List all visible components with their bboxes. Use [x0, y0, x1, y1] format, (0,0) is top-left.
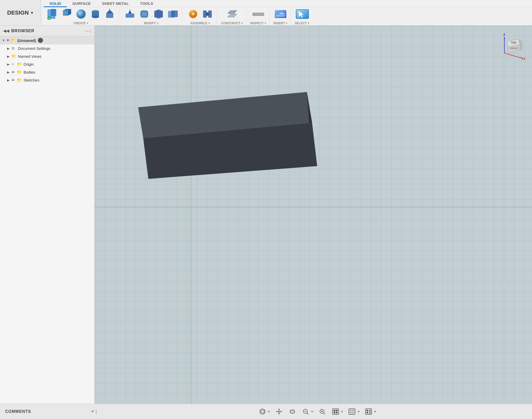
browser-pin-button[interactable]: — [85, 29, 89, 33]
svg-point-13 [92, 16, 99, 18]
cylinder-tool-button[interactable] [89, 8, 102, 20]
3d-box-body[interactable] [128, 77, 322, 184]
select-button[interactable] [296, 8, 309, 20]
tab-sheet-metal[interactable]: SHEET METAL [96, 0, 135, 7]
display-mode-dropdown[interactable]: ▼ [341, 410, 343, 413]
display-mode-button[interactable] [331, 407, 340, 416]
orbit-button[interactable] [258, 407, 267, 416]
tab-surface[interactable]: SURFACE [67, 0, 96, 7]
origin-expand[interactable]: ▶ [7, 63, 11, 66]
construct-icon [226, 8, 238, 20]
svg-marker-74 [278, 413, 280, 415]
box-tool-button[interactable] [60, 8, 73, 20]
modify-dropdown-arrow[interactable]: ▼ [157, 22, 159, 25]
svg-point-70 [260, 409, 265, 414]
insert-icons [274, 8, 287, 20]
press-pull-button[interactable] [123, 8, 137, 20]
svg-marker-73 [278, 409, 280, 410]
svg-point-31 [206, 12, 209, 16]
root-label: (Unsaved) [17, 38, 36, 43]
browser-divider-button[interactable]: | [90, 29, 91, 33]
root-visibility-toggle[interactable]: 👁 [6, 38, 10, 42]
view-cube[interactable]: Z X TOP FRONT [499, 30, 527, 61]
orbit-dropdown[interactable]: ▼ [268, 410, 270, 413]
create-group: + [43, 8, 119, 25]
browser-named-views-item[interactable]: ▶ 📁 Named Views [0, 52, 94, 60]
assemble-dropdown-arrow[interactable]: ▼ [208, 22, 210, 25]
offset-plane-button[interactable] [226, 8, 239, 20]
sketches-visibility-toggle[interactable]: 👁 [11, 78, 17, 82]
pan-icon [275, 408, 283, 415]
create-new-icon: + [47, 8, 58, 20]
bodies-expand[interactable]: ▶ [7, 71, 11, 74]
tab-solid[interactable]: SOLID [44, 0, 67, 7]
sphere-tool-button[interactable] [74, 8, 88, 20]
more-tools-button[interactable] [364, 407, 373, 416]
inspect-dropdown-arrow[interactable]: ▼ [264, 22, 267, 25]
select-dropdown-arrow[interactable]: ▼ [307, 22, 310, 25]
grid-dropdown[interactable]: ▼ [357, 410, 360, 413]
pan-button[interactable] [274, 407, 284, 416]
measure-button[interactable] [252, 8, 265, 20]
shell-icon [153, 8, 164, 20]
bodies-folder-icon: 📁 [17, 70, 24, 75]
tab-tools[interactable]: TOOLS [134, 0, 159, 7]
insert-dropdown-arrow[interactable]: ▼ [285, 22, 288, 25]
create-new-button[interactable]: + [46, 8, 59, 20]
browser-origin-item[interactable]: ▶ 👁 📁 Origin [0, 60, 94, 68]
insert-button[interactable] [274, 8, 287, 20]
sketches-expand[interactable]: ▶ [7, 78, 11, 82]
zoom-fit-icon [289, 408, 296, 415]
extrude-button[interactable] [103, 8, 116, 20]
svg-rect-92 [349, 409, 355, 414]
browser-doc-settings-item[interactable]: ▶ ⚙ Document Settings [0, 44, 94, 52]
inspect-icons [252, 8, 265, 20]
browser-root-item[interactable]: ▼ 👁 📁 (Unsaved) [0, 36, 94, 44]
browser-bodies-item[interactable]: ▶ 👁 📁 Bodies [0, 68, 94, 76]
comments-add-button[interactable]: + [91, 409, 94, 414]
grid-button[interactable] [347, 407, 357, 416]
more-tools-dropdown[interactable]: ▼ [374, 410, 376, 413]
sphere-icon [75, 9, 87, 19]
zoom-out-button[interactable] [301, 407, 310, 416]
browser-collapse-button[interactable]: ◀◀ [3, 28, 9, 33]
create-dropdown-arrow[interactable]: ▼ [86, 22, 89, 25]
modify-group-label: MODIFY ▼ [144, 21, 159, 25]
select-icon [296, 8, 309, 20]
press-pull-icon [124, 8, 136, 20]
svg-marker-63 [521, 57, 523, 60]
3d-viewport[interactable]: Z X TOP FRONT [95, 26, 532, 404]
browser-panel: ◀◀ BROWSER — | ▼ 👁 📁 (Unsaved) ▶ ⚙ Docum… [0, 26, 95, 404]
svg-point-9 [76, 9, 86, 19]
main-toolbar: DESIGN ▼ SOLID SURFACE SHEET METAL TOOLS [0, 0, 532, 26]
bodies-visibility-toggle[interactable]: 👁 [11, 70, 17, 74]
svg-text:⚙: ⚙ [192, 12, 195, 16]
grid-icon [348, 408, 356, 415]
svg-rect-87 [332, 409, 339, 414]
shell-button[interactable] [152, 8, 165, 20]
svg-rect-98 [367, 410, 368, 411]
comments-section: COMMENTS + | [0, 404, 102, 419]
zoom-in-button[interactable] [318, 407, 327, 416]
record-button[interactable] [38, 38, 43, 43]
design-label: DESIGN [7, 9, 29, 16]
zoom-fit-button[interactable] [288, 407, 297, 416]
svg-marker-18 [128, 10, 132, 14]
fillet-button[interactable] [138, 8, 151, 20]
viewport-canvas[interactable]: Z X TOP FRONT [95, 26, 532, 404]
zoom-out-icon [302, 408, 309, 415]
root-expand-arrow[interactable]: ▼ [2, 39, 5, 42]
svg-marker-76 [281, 411, 282, 412]
combine-button[interactable] [166, 8, 180, 20]
svg-marker-75 [276, 411, 277, 412]
design-menu-button[interactable]: DESIGN ▼ [0, 0, 41, 25]
browser-header: ◀◀ BROWSER — | [0, 26, 94, 36]
named-views-expand[interactable]: ▶ [7, 55, 11, 58]
browser-sketches-item[interactable]: ▶ 👁 📁 Sketches [0, 76, 94, 84]
doc-settings-expand[interactable]: ▶ [7, 47, 11, 50]
origin-visibility-toggle[interactable]: 👁 [11, 62, 17, 66]
joint-button[interactable] [201, 8, 214, 20]
zoom-dropdown[interactable]: ▼ [311, 410, 314, 413]
assemble-new-button[interactable]: ⚙ [186, 8, 200, 20]
construct-dropdown-arrow[interactable]: ▼ [241, 22, 243, 25]
